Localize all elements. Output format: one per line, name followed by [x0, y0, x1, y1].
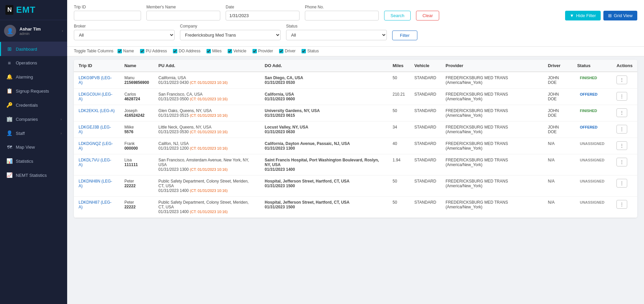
cell-miles: 210.21 [388, 89, 410, 105]
status-badge: FINISHED [577, 75, 600, 81]
user-section[interactable]: 👤 Ashar Tim admin › [0, 20, 67, 42]
actions-button[interactable]: ⋮ [616, 158, 627, 166]
toggle-vehicle[interactable]: Vehicle [228, 49, 246, 53]
toggle-miles[interactable]: Miles [206, 49, 222, 53]
broker-label: Broker [74, 24, 175, 29]
actions-button[interactable]: ⋮ [616, 108, 627, 117]
member-name: Peter [124, 179, 149, 184]
trip-id-link[interactable]: LDK2EKXL (LEG-A) [79, 108, 115, 113]
member-name: Manu [124, 75, 149, 80]
status-badge: UNASSIGNED [577, 141, 607, 147]
member-phone: 22222 [124, 205, 149, 209]
col-status: Status [572, 60, 612, 72]
toggle-provider[interactable]: Provider [252, 49, 273, 53]
filter-row-1: Trip ID Member's Name Date Phone No. Sea… [74, 5, 637, 20]
member-phone: 4628724 [124, 97, 149, 101]
toggle-pu-address[interactable]: PU Address [140, 49, 167, 53]
sidebar-item-statistics[interactable]: 📊 Statistics [0, 154, 67, 168]
member-name-input[interactable] [146, 11, 220, 20]
do-date: 01/31/2023 1300 [265, 146, 383, 151]
do-address: Hospital, Jefferson Street, Hartford, CT… [265, 200, 383, 205]
cell-name: Lisa 111111 [120, 154, 153, 175]
trip-id-link[interactable]: LDKGC0UH (LEG-A) [79, 92, 112, 101]
status-badge: FINISHED [577, 108, 600, 114]
cell-vehicle: STANDARD [410, 105, 441, 121]
cell-do-add: Locust Valley, NY, USA 01/31/2023 0630 [260, 121, 388, 138]
trip-id-link[interactable]: LDKDGNQZ (LEG-A) [79, 141, 113, 151]
sidebar-item-signup-requests[interactable]: 📋 Signup Requests [0, 84, 67, 98]
clear-button[interactable]: Clear [416, 11, 439, 20]
cell-driver: N/A [543, 138, 572, 154]
date-input[interactable] [226, 11, 300, 20]
sidebar-item-map-view[interactable]: 🗺 Map View [0, 140, 67, 154]
sidebar-item-companies[interactable]: 🏢 Companies › [0, 112, 67, 126]
map-view-icon: 🗺 [6, 144, 12, 150]
cell-do-add: Saint Francis Hospital, Port Washington … [260, 154, 388, 175]
actions-button[interactable]: ⋮ [616, 179, 627, 188]
user-info: Ashar Tim admin [19, 27, 58, 36]
company-label: Company [180, 24, 281, 29]
trip-id-link[interactable]: LDKDL7VU (LEG-A) [79, 158, 111, 167]
broker-group: Broker All [74, 24, 175, 40]
filter-button[interactable]: Filter [392, 31, 417, 40]
status-badge: UNASSIGNED [577, 199, 607, 205]
actions-button[interactable]: ⋮ [616, 75, 627, 84]
trips-table: Trip ID Name PU Add. DO Add. Miles Vehic… [74, 60, 637, 218]
cell-name: Manu 21569856900 [120, 72, 153, 89]
sidebar-label-map-view: Map View [16, 145, 62, 150]
sidebar-item-staff[interactable]: 👤 Staff › [0, 126, 67, 140]
avatar: 👤 [4, 25, 16, 37]
cell-trip-id: LDKG9PVB (LEG-A) [74, 72, 120, 89]
toggle-status[interactable]: Status [302, 49, 319, 53]
cell-actions: ⋮ [612, 154, 637, 175]
table-row: LDKDNH87 (LEG-A) Peter 22222 Public Safe… [74, 197, 637, 218]
trip-id-link[interactable]: LDKGEJ3B (LEG-A) [79, 125, 111, 134]
cell-vehicle: STANDARD [410, 121, 441, 138]
pu-date: 01/31/2023 1400 (CT: 01/31/2023 10:16) [158, 209, 255, 214]
actions-button[interactable]: ⋮ [616, 92, 627, 101]
trip-id-link[interactable]: LDKDNH8N (LEG-A) [79, 179, 112, 188]
pu-ct: (CT: 01/31/2023 10:16) [190, 130, 228, 134]
sidebar-label-signup-requests: Signup Requests [16, 89, 62, 94]
sidebar-item-alarming[interactable]: 🔔 Alarming [0, 70, 67, 84]
cell-actions: ⋮ [612, 121, 637, 138]
trip-id-link[interactable]: LDKDNH87 (LEG-A) [79, 200, 111, 209]
cell-actions: ⋮ [612, 72, 637, 89]
sidebar-item-operations[interactable]: ≡ Operations [0, 56, 67, 70]
grid-view-label: Grid View [614, 13, 633, 18]
cell-miles: 50 [388, 197, 410, 218]
do-date: 01/31/2023 0600 [265, 97, 383, 101]
status-select[interactable]: All FINISHED OFFERED UNASSIGNED [286, 30, 387, 40]
alarming-icon: 🔔 [6, 74, 12, 80]
actions-button[interactable]: ⋮ [616, 125, 627, 134]
grid-view-button[interactable]: ⊞ Grid View [603, 11, 637, 20]
cell-vehicle: STANDARD [410, 138, 441, 154]
sidebar: N EMT 👤 Ashar Tim admin › ⊞ Dashboard ≡ … [0, 0, 67, 304]
cell-driver: JOHN DOE [543, 89, 572, 105]
member-name: Carlos [124, 92, 149, 97]
actions-button[interactable]: ⋮ [616, 141, 627, 150]
cell-provider: FREDERICKSBURG MED TRANS (America/New_Yo… [441, 121, 543, 138]
sidebar-label-staff: Staff [16, 131, 57, 136]
table-row: LDKG9PVB (LEG-A) Manu 21569856900 Califo… [74, 72, 637, 89]
search-button[interactable]: Search [384, 11, 411, 20]
sidebar-label-nemt-statistics: NEMT Statistics [16, 173, 62, 178]
sidebar-item-nemt-statistics[interactable]: 📈 NEMT Statistics [0, 168, 67, 182]
toggle-name[interactable]: Name [118, 49, 134, 53]
table-row: LDKGEJ3B (LEG-A) Miike 5576 Little Neck,… [74, 121, 637, 138]
trip-id-group: Trip ID [74, 5, 141, 20]
cell-do-add: California, Dayton Avenue, Passaic, NJ, … [260, 138, 388, 154]
sidebar-item-dashboard[interactable]: ⊞ Dashboard [0, 42, 67, 56]
member-phone: 416524242 [124, 113, 149, 118]
actions-button[interactable]: ⋮ [616, 200, 627, 209]
trip-id-input[interactable] [74, 11, 141, 20]
company-select[interactable]: Fredericksburg Med Trans [180, 30, 281, 40]
trip-id-link[interactable]: LDKG9PVB (LEG-A) [79, 75, 112, 85]
toggle-driver[interactable]: Driver [279, 49, 295, 53]
phone-input[interactable] [305, 11, 379, 20]
toggle-do-address[interactable]: DO Address [173, 49, 200, 53]
sidebar-item-credentials[interactable]: 🔑 Credentials [0, 98, 67, 112]
broker-select[interactable]: All [74, 30, 175, 40]
hide-filter-button[interactable]: ▼ Hide Filter [565, 11, 601, 20]
pu-address: San Francisco, Amsterdam Avenue, New Yor… [158, 158, 255, 167]
